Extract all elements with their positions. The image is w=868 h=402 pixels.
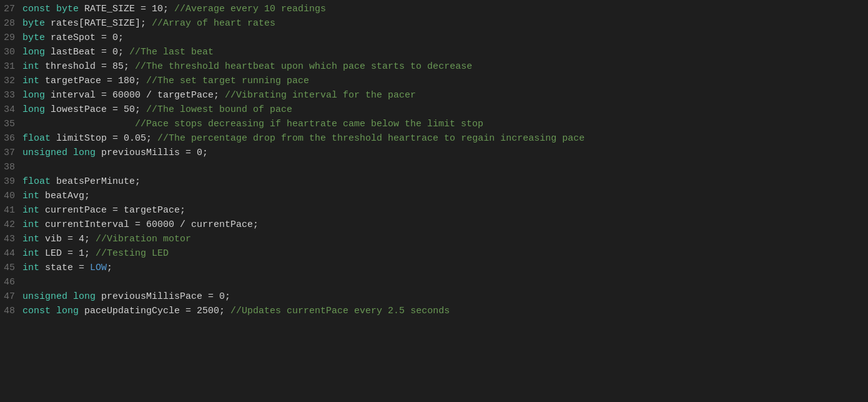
line-number: 39 xyxy=(0,175,15,189)
code-token: paceUpdatingCycle = 2500; xyxy=(84,304,230,319)
code-token: int xyxy=(22,261,45,276)
line-number: 42 xyxy=(0,218,15,233)
code-token: //Array of heart rates xyxy=(152,17,275,31)
code-token: previousMillisPace = 0; xyxy=(101,290,230,304)
code-token: LOW xyxy=(90,261,107,276)
line-number: 47 xyxy=(0,290,15,304)
code-line: long lastBeat = 0; //The last beat xyxy=(22,46,856,60)
code-line: byte rateSpot = 0; xyxy=(22,31,856,46)
code-token: lastBeat = 0; xyxy=(51,46,129,60)
line-number: 48 xyxy=(0,304,15,319)
line-number: 35 xyxy=(0,118,15,132)
code-token: //The set target running pace xyxy=(146,74,309,89)
code-editor: 2728293031323334353637383940414243444546… xyxy=(0,0,868,321)
line-number: 36 xyxy=(0,132,15,146)
line-number: 38 xyxy=(0,161,15,175)
line-number: 46 xyxy=(0,276,15,290)
code-token: LED = 1; xyxy=(45,247,96,261)
code-line: //Pace stops decreasing if heartrate cam… xyxy=(22,118,856,132)
code-line: const byte RATE_SIZE = 10; //Average eve… xyxy=(22,3,856,17)
code-token: //Testing LED xyxy=(96,247,169,261)
code-token: //Vibrating interval for the pacer xyxy=(225,89,416,103)
line-number: 43 xyxy=(0,233,15,247)
code-token: rateSpot = 0; xyxy=(51,31,124,46)
code-token: rates[RATE_SIZE]; xyxy=(51,17,152,31)
code-token: int xyxy=(22,247,45,261)
code-token: //The threshold heartbeat upon which pac… xyxy=(135,60,472,74)
line-number: 30 xyxy=(0,46,15,60)
code-line xyxy=(22,276,856,290)
line-number: 29 xyxy=(0,31,15,46)
code-line: int state = LOW; xyxy=(22,261,856,276)
code-token: byte xyxy=(22,31,51,46)
code-token: currentInterval = 60000 / currentPace; xyxy=(45,218,259,233)
line-number: 27 xyxy=(0,3,15,17)
line-number: 41 xyxy=(0,204,15,218)
code-token: const long xyxy=(22,304,84,319)
code-token: //The percentage drop from the threshold… xyxy=(157,132,584,146)
code-token: int xyxy=(22,218,45,233)
line-number: 44 xyxy=(0,247,15,261)
code-token: int xyxy=(22,60,45,74)
code-token: int xyxy=(22,233,45,247)
code-token: ; xyxy=(107,261,112,276)
line-number: 28 xyxy=(0,17,15,31)
code-token: int xyxy=(22,74,45,89)
code-line: float limitStop = 0.05; //The percentage… xyxy=(22,132,856,146)
line-number: 40 xyxy=(0,189,15,204)
code-line: const long paceUpdatingCycle = 2500; //U… xyxy=(22,304,856,319)
code-token: beatAvg; xyxy=(45,189,90,204)
code-content: const byte RATE_SIZE = 10; //Average eve… xyxy=(22,3,868,319)
code-line: unsigned long previousMillis = 0; xyxy=(22,146,856,161)
line-number: 34 xyxy=(0,103,15,118)
line-number: 32 xyxy=(0,74,15,89)
code-line: byte rates[RATE_SIZE]; //Array of heart … xyxy=(22,17,856,31)
code-line: int targetPace = 180; //The set target r… xyxy=(22,74,856,89)
code-line: int vib = 4; //Vibration motor xyxy=(22,233,856,247)
code-token: state = xyxy=(45,261,90,276)
code-token: interval = 60000 / targetPace; xyxy=(51,89,225,103)
line-number: 37 xyxy=(0,146,15,161)
code-line xyxy=(22,161,856,175)
code-token: long xyxy=(22,46,51,60)
line-numbers: 2728293031323334353637383940414243444546… xyxy=(0,3,22,319)
code-line: long interval = 60000 / targetPace; //Vi… xyxy=(22,89,856,103)
code-token: limitStop = 0.05; xyxy=(56,132,157,146)
code-token: float xyxy=(22,175,56,189)
code-token: targetPace = 180; xyxy=(45,74,146,89)
code-token: vib = 4; xyxy=(45,233,96,247)
code-token: int xyxy=(22,189,45,204)
code-line: int currentInterval = 60000 / currentPac… xyxy=(22,218,856,233)
code-token: beatsPerMinute; xyxy=(56,175,141,189)
code-token: previousMillis = 0; xyxy=(101,146,208,161)
line-number: 45 xyxy=(0,261,15,276)
line-number: 33 xyxy=(0,89,15,103)
code-line: int LED = 1; //Testing LED xyxy=(22,247,856,261)
code-token: long xyxy=(22,89,51,103)
code-token: threshold = 85; xyxy=(45,60,135,74)
code-token: //The lowest bound of pace xyxy=(146,103,292,118)
code-token: int xyxy=(22,204,45,218)
code-token: byte xyxy=(22,17,51,31)
code-token: //Updates currentPace every 2.5 seconds xyxy=(230,304,450,319)
code-token: const byte xyxy=(22,3,84,17)
code-line: int currentPace = targetPace; xyxy=(22,204,856,218)
code-token: lowestPace = 50; xyxy=(51,103,146,118)
code-token: unsigned long xyxy=(22,290,101,304)
line-number: 31 xyxy=(0,60,15,74)
code-token: //Vibration motor xyxy=(96,233,191,247)
code-token: //Pace stops decreasing if heartrate cam… xyxy=(22,118,483,132)
code-line: long lowestPace = 50; //The lowest bound… xyxy=(22,103,856,118)
code-token: unsigned long xyxy=(22,146,101,161)
code-line: int beatAvg; xyxy=(22,189,856,204)
code-token: RATE_SIZE = 10; xyxy=(84,3,174,17)
code-line: unsigned long previousMillisPace = 0; xyxy=(22,290,856,304)
code-token: float xyxy=(22,132,56,146)
code-token: //The last beat xyxy=(129,46,214,60)
code-token: currentPace = targetPace; xyxy=(45,204,185,218)
code-line: int threshold = 85; //The threshold hear… xyxy=(22,60,856,74)
code-token: long xyxy=(22,103,51,118)
code-line: float beatsPerMinute; xyxy=(22,175,856,189)
code-token: //Average every 10 readings xyxy=(174,3,326,17)
